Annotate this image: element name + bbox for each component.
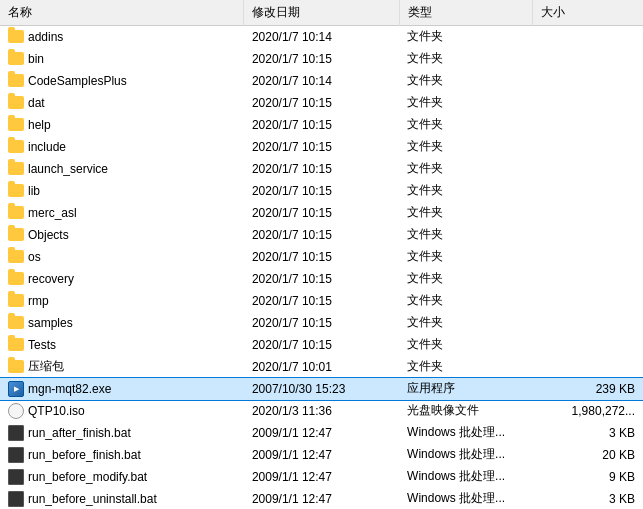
file-type-cell: 文件夹 <box>399 246 532 268</box>
file-size-cell: 20 KB <box>532 444 643 466</box>
file-name-cell: Objects <box>0 224 244 246</box>
file-name-cell: Tests <box>0 334 244 356</box>
file-name-cell: addins <box>0 26 244 48</box>
file-date-cell: 2020/1/7 10:15 <box>244 224 399 246</box>
file-size-cell <box>532 246 643 268</box>
table-row[interactable]: merc_asl2020/1/7 10:15文件夹 <box>0 202 643 224</box>
table-row[interactable]: Tests2020/1/7 10:15文件夹 <box>0 334 643 356</box>
file-date-cell: 2020/1/7 10:14 <box>244 26 399 48</box>
folder-icon <box>8 74 24 87</box>
table-row[interactable]: ▶mgn-mqt82.exe2007/10/30 15:23应用程序239 KB <box>0 378 643 400</box>
file-name-label: launch_service <box>28 162 108 176</box>
file-type-cell: 文件夹 <box>399 312 532 334</box>
file-size-cell <box>532 224 643 246</box>
file-name-label: Objects <box>28 228 69 242</box>
file-size-cell <box>532 158 643 180</box>
file-type-cell: 应用程序 <box>399 378 532 400</box>
table-row[interactable]: rmp2020/1/7 10:15文件夹 <box>0 290 643 312</box>
table-row[interactable]: run_after_finish.bat2009/1/1 12:47Window… <box>0 422 643 444</box>
file-size-cell <box>532 92 643 114</box>
file-date-cell: 2020/1/7 10:15 <box>244 202 399 224</box>
file-name-cell: rmp <box>0 290 244 312</box>
table-row[interactable]: bin2020/1/7 10:15文件夹 <box>0 48 643 70</box>
bat-icon <box>8 447 24 463</box>
table-row[interactable]: dat2020/1/7 10:15文件夹 <box>0 92 643 114</box>
file-type-cell: 光盘映像文件 <box>399 400 532 422</box>
header-size[interactable]: 大小 <box>532 0 643 26</box>
file-date-cell: 2009/1/1 12:47 <box>244 488 399 510</box>
folder-icon <box>8 294 24 307</box>
folder-icon <box>8 228 24 241</box>
file-name-label: run_after_finish.bat <box>28 426 131 440</box>
file-name-label: run_before_uninstall.bat <box>28 492 157 506</box>
file-name-cell: launch_service <box>0 158 244 180</box>
table-row[interactable]: 压缩包2020/1/7 10:01文件夹 <box>0 356 643 378</box>
table-row[interactable]: run_before_finish.bat2009/1/1 12:47Windo… <box>0 444 643 466</box>
folder-icon <box>8 206 24 219</box>
file-date-cell: 2020/1/7 10:15 <box>244 158 399 180</box>
file-name-label: dat <box>28 96 45 110</box>
header-type[interactable]: 类型 <box>399 0 532 26</box>
file-size-cell <box>532 180 643 202</box>
table-row[interactable]: CodeSamplesPlus2020/1/7 10:14文件夹 <box>0 70 643 92</box>
bat-icon <box>8 425 24 441</box>
file-size-cell <box>532 136 643 158</box>
file-name-cell: CodeSamplesPlus <box>0 70 244 92</box>
file-name-label: rmp <box>28 294 49 308</box>
table-row[interactable]: include2020/1/7 10:15文件夹 <box>0 136 643 158</box>
file-type-cell: Windows 批处理... <box>399 466 532 488</box>
exe-icon: ▶ <box>8 381 24 397</box>
file-name-label: 压缩包 <box>28 358 64 375</box>
table-row[interactable]: recovery2020/1/7 10:15文件夹 <box>0 268 643 290</box>
file-type-cell: Windows 批处理... <box>399 422 532 444</box>
file-name-label: recovery <box>28 272 74 286</box>
header-date[interactable]: 修改日期 <box>244 0 399 26</box>
file-name-label: help <box>28 118 51 132</box>
file-date-cell: 2020/1/7 10:15 <box>244 136 399 158</box>
iso-icon <box>8 403 24 419</box>
file-date-cell: 2009/1/1 12:47 <box>244 422 399 444</box>
folder-icon <box>8 96 24 109</box>
folder-icon <box>8 316 24 329</box>
file-name-label: mgn-mqt82.exe <box>28 382 111 396</box>
folder-icon <box>8 52 24 65</box>
file-date-cell: 2020/1/7 10:15 <box>244 246 399 268</box>
file-name-cell: help <box>0 114 244 136</box>
bat-icon <box>8 491 24 507</box>
table-row[interactable]: QTP10.iso2020/1/3 11:36光盘映像文件1,980,272..… <box>0 400 643 422</box>
folder-icon <box>8 360 24 373</box>
folder-icon <box>8 338 24 351</box>
table-row[interactable]: launch_service2020/1/7 10:15文件夹 <box>0 158 643 180</box>
file-list: 名称 修改日期 类型 大小 addins2020/1/7 10:14文件夹bin… <box>0 0 643 509</box>
file-type-cell: Windows 批处理... <box>399 488 532 510</box>
table-row[interactable]: os2020/1/7 10:15文件夹 <box>0 246 643 268</box>
file-type-cell: 文件夹 <box>399 48 532 70</box>
folder-icon <box>8 140 24 153</box>
table-row[interactable]: Objects2020/1/7 10:15文件夹 <box>0 224 643 246</box>
table-row[interactable]: run_before_modify.bat2009/1/1 12:47Windo… <box>0 466 643 488</box>
table-header: 名称 修改日期 类型 大小 <box>0 0 643 26</box>
file-size-cell: 9 KB <box>532 466 643 488</box>
file-type-cell: 文件夹 <box>399 92 532 114</box>
file-date-cell: 2020/1/7 10:15 <box>244 48 399 70</box>
file-type-cell: 文件夹 <box>399 202 532 224</box>
file-name-cell: run_before_uninstall.bat <box>0 488 244 510</box>
folder-icon <box>8 162 24 175</box>
file-size-cell: 3 KB <box>532 488 643 510</box>
file-name-label: samples <box>28 316 73 330</box>
table-row[interactable]: lib2020/1/7 10:15文件夹 <box>0 180 643 202</box>
file-type-cell: 文件夹 <box>399 26 532 48</box>
table-row[interactable]: addins2020/1/7 10:14文件夹 <box>0 26 643 48</box>
table-row[interactable]: run_before_uninstall.bat2009/1/1 12:47Wi… <box>0 488 643 510</box>
folder-icon <box>8 250 24 263</box>
file-name-label: Tests <box>28 338 56 352</box>
file-name-label: addins <box>28 30 63 44</box>
table-row[interactable]: help2020/1/7 10:15文件夹 <box>0 114 643 136</box>
file-type-cell: 文件夹 <box>399 114 532 136</box>
file-date-cell: 2009/1/1 12:47 <box>244 444 399 466</box>
table-row[interactable]: samples2020/1/7 10:15文件夹 <box>0 312 643 334</box>
file-name-cell: run_before_finish.bat <box>0 444 244 466</box>
header-name[interactable]: 名称 <box>0 0 244 26</box>
file-date-cell: 2020/1/3 11:36 <box>244 400 399 422</box>
file-size-cell <box>532 26 643 48</box>
